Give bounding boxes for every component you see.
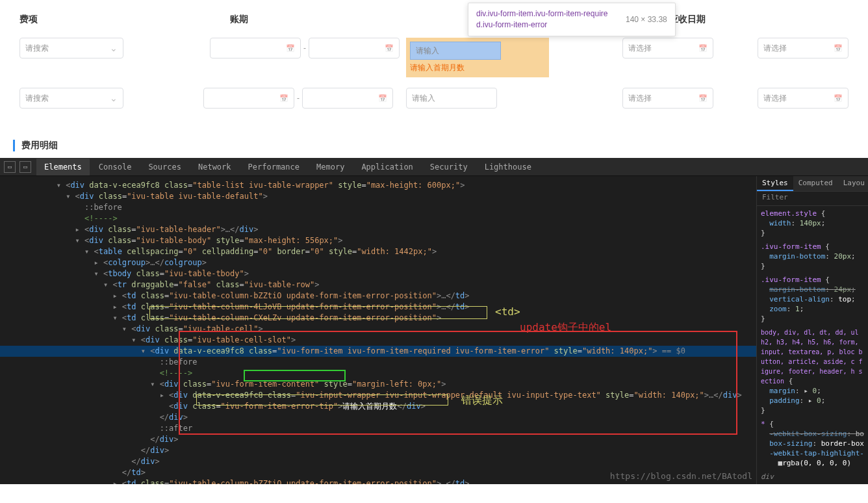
col-header-period: 账期 [223,14,434,25]
tab-elements[interactable]: Elements [36,159,90,175]
form-row: 请搜索 - 请输入 请输入首期月数 请选择 请选择 [13,32,855,83]
tab-performance[interactable]: Performance [240,159,307,175]
styles-filter[interactable]: Filter [757,192,868,206]
tooltip-selector: div.ivu-form-item.ivu-form-item-required… [476,8,613,31]
chevron-down-icon [110,43,118,53]
tab-console[interactable]: Console [91,159,140,175]
months-input[interactable]: 请输入 [410,42,501,60]
calendar-icon [385,44,394,53]
calendar-icon [286,44,295,53]
annotation-yellow-label: 错误提示 [461,394,503,406]
tab-lighthouse[interactable]: Lighthouse [477,159,539,175]
due-select[interactable]: 请选择 [622,88,713,109]
calendar-icon [834,44,843,53]
inspect-icon[interactable]: ▭ [4,161,16,173]
tab-sources[interactable]: Sources [140,159,189,175]
chevron-down-icon [110,93,118,103]
form-row: 请搜索 - 请输入 请选择 请选择 [13,83,855,114]
calendar-icon [378,94,387,103]
date-end[interactable] [302,88,393,109]
date-end[interactable] [309,38,400,58]
highlighted-form-item: 请输入 请输入首期月数 [406,38,549,77]
selected-dom-node: <div data-v-ecea9fc8 class="ivu-form-ite… [0,346,756,357]
fee-select[interactable]: 请搜索 [19,38,123,58]
due-date[interactable]: 请选择 [758,88,849,109]
devtools-tabbar: ▭ ▭ Elements Console Sources Network Per… [0,158,868,176]
calendar-icon [698,94,708,103]
calendar-icon [279,94,288,103]
device-icon[interactable]: ▭ [19,161,31,173]
months-input[interactable]: 请输入 [406,88,497,109]
form-header-row: 费项 账期 首期应收日期 div.ivu-form-item.ivu-form-… [13,6,855,32]
tooltip-dimensions: 140 × 33.38 [626,15,667,24]
date-separator: - [303,44,306,53]
tab-security[interactable]: Security [422,159,476,175]
fee-select[interactable]: 请搜索 [19,88,123,109]
form-area: 费项 账期 首期应收日期 div.ivu-form-item.ivu-form-… [0,0,868,127]
tab-styles[interactable]: Styles [757,176,793,191]
error-tip: 请输入首期月数 [410,62,545,73]
section-title: 费用明细 [13,140,855,151]
col-header-fee: 费项 [13,14,223,25]
tab-application[interactable]: Application [353,159,420,175]
element-tooltip: div.ivu-form-item.ivu-form-item-required… [468,3,676,36]
calendar-icon [698,44,708,53]
calendar-icon [834,94,843,103]
tab-computed[interactable]: Computed [793,176,838,191]
annotation-td-label: <td> [495,306,520,317]
annotation-red-label: update钩子中的el [520,322,611,333]
devtools: ▭ ▭ Elements Console Sources Network Per… [0,158,868,484]
styles-panel: Styles Computed Layou Filter element.sty… [756,176,868,484]
due-select[interactable]: 请选择 [622,38,713,58]
tab-memory[interactable]: Memory [309,159,352,175]
date-start[interactable] [210,38,301,58]
dom-tree[interactable]: <div data-v-ecea9fc8 class="table-list i… [0,176,756,484]
watermark: https://blog.csdn.net/BAtodl [610,471,752,482]
tab-network[interactable]: Network [190,159,239,175]
date-start[interactable] [203,88,294,109]
due-date[interactable]: 请选择 [758,38,849,58]
tab-layout[interactable]: Layou [838,176,868,191]
col-header-date: 首期应收日期 [645,14,855,25]
